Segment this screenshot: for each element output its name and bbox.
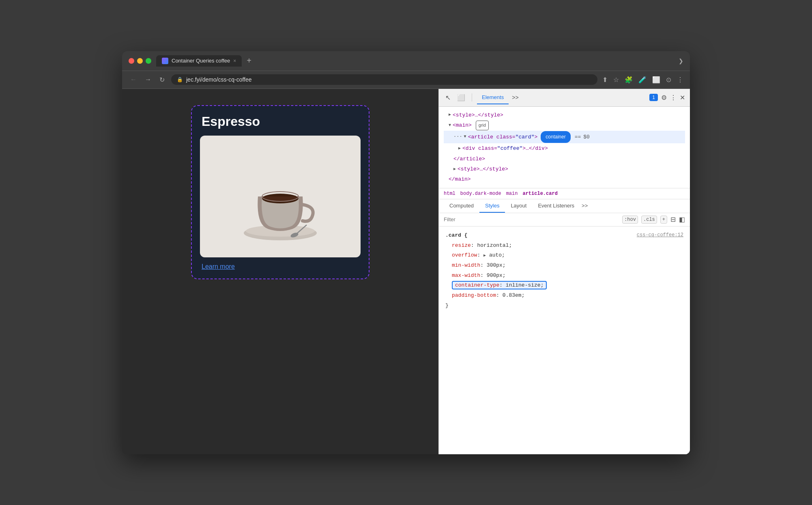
style-prop-minwidth: min-width: 300px; — [445, 261, 683, 271]
tab-list-chevron-icon[interactable]: ❯ — [679, 58, 683, 64]
dom-article-close-tag: </article> — [453, 154, 485, 164]
style-prop-maxwidth: max-width: 900px; — [445, 271, 683, 281]
style-source[interactable]: css-cq-coffee:12 — [637, 231, 683, 240]
devtools-more-icon[interactable]: ⋮ — [670, 94, 677, 101]
coffee-image-area — [200, 136, 361, 257]
breadcrumb-html[interactable]: html — [444, 191, 455, 196]
new-tab-button[interactable]: + — [245, 56, 253, 65]
dom-main-close-tag: </main> — [449, 175, 471, 184]
panel-tabs: Computed Styles Layout Event Listeners >… — [439, 199, 690, 213]
more-menu-icon[interactable]: ⋮ — [677, 76, 683, 84]
window-icon[interactable]: ⬜ — [652, 76, 660, 84]
inspect-cursor-icon[interactable]: ↖ — [444, 92, 452, 103]
dom-div-coffee-line[interactable]: ▶ <div class="coffee">…</div> — [444, 143, 685, 153]
container-type-highlight: container-type: inline-size; — [452, 281, 547, 289]
breadcrumb-bar: html body.dark-mode main article.card — [439, 188, 690, 199]
screenshot-icon[interactable]: ⊟ — [670, 216, 676, 223]
add-style-button[interactable]: + — [660, 216, 667, 224]
reload-button[interactable]: ↻ — [158, 74, 166, 85]
devtools-panel: ↖ ⬜ Elements >> 1 ⚙ ⋮ ✕ ▶ <style>…</styl… — [438, 89, 690, 454]
card-container: Espresso — [191, 105, 369, 279]
style-close-brace: } — [445, 302, 449, 309]
breadcrumb-main[interactable]: main — [506, 191, 518, 196]
style-selector: .card { — [445, 232, 468, 238]
dom-article-line[interactable]: ··· ▼ <article class="card"> container =… — [444, 131, 685, 144]
bookmark-icon[interactable]: ☆ — [613, 76, 619, 84]
devtools-close-icon[interactable]: ✕ — [680, 94, 685, 101]
overflow-triangle-icon[interactable]: ▶ — [483, 253, 486, 258]
tab-computed[interactable]: Computed — [444, 199, 479, 213]
style-prop-resize: resize: horizontal; — [445, 241, 683, 251]
dom-div-tag: <div class="coffee">…</div> — [462, 144, 548, 153]
style-prop-container-type: container-type: inline-size; — [445, 281, 683, 291]
style-rule-card: css-cq-coffee:12 .card { resize: horizon… — [445, 231, 683, 311]
close-button[interactable] — [129, 58, 134, 64]
address-bar[interactable]: 🔒 jec.fyi/demo/css-cq-coffee — [171, 74, 597, 85]
learn-more-link[interactable]: Learn more — [200, 263, 361, 270]
tab-favicon-icon — [162, 58, 168, 64]
lock-icon: 🔒 — [177, 77, 183, 82]
forward-button[interactable]: → — [143, 74, 153, 85]
traffic-lights — [129, 58, 151, 64]
dom-style2-tag: <style>…</style> — [458, 164, 508, 174]
hov-button[interactable]: :hov — [622, 216, 638, 224]
minimize-button[interactable] — [137, 58, 143, 64]
devtools-tabs-more[interactable]: >> — [512, 94, 518, 101]
tab-bar: Container Queries coffee × + ❯ — [156, 55, 683, 67]
tab-close-icon[interactable]: × — [233, 58, 236, 64]
lab-icon[interactable]: 🧪 — [638, 76, 647, 84]
dom-style2-line[interactable]: ▶ <style>…</style> — [444, 164, 685, 174]
maximize-button[interactable] — [146, 58, 151, 64]
browser-window: Container Queries coffee × + ❯ ← → ↻ 🔒 j… — [122, 51, 690, 454]
title-bar: Container Queries coffee × + ❯ — [122, 51, 690, 71]
content-area: Espresso — [122, 89, 690, 454]
collapse-triangle-icon[interactable]: ▶ — [449, 111, 451, 119]
panel-tabs-more[interactable]: >> — [580, 199, 589, 213]
coffee-cup-illustration — [236, 144, 325, 249]
address-text: jec.fyi/demo/css-cq-coffee — [186, 76, 252, 83]
dom-tree: ▶ <style>…</style> ▼ <main> grid ··· ▼ <… — [439, 107, 690, 188]
dom-main-tag: <main> — [453, 121, 472, 130]
notifications-badge[interactable]: 1 — [649, 94, 658, 101]
page-preview: Espresso — [122, 89, 438, 454]
dom-style-tag: <style>…</style> — [453, 110, 503, 120]
card-title: Espresso — [200, 114, 361, 129]
collapse-style2-icon[interactable]: ▶ — [453, 166, 456, 173]
share-icon[interactable]: ⬆ — [602, 76, 608, 84]
cls-button[interactable]: .cls — [641, 216, 657, 224]
dom-article-tag: <article class="card"> — [468, 132, 538, 142]
devtools-toolbar: ↖ ⬜ Elements >> 1 ⚙ ⋮ ✕ — [439, 89, 690, 107]
equals-sign: == — [575, 132, 581, 142]
elements-tab[interactable]: Elements — [477, 91, 509, 104]
dom-dots-icon[interactable]: ··· — [453, 133, 462, 142]
dom-style-line[interactable]: ▶ <style>…</style> — [444, 110, 685, 120]
nav-actions: ⬆ ☆ 🧩 🧪 ⬜ ⊙ ⋮ — [602, 76, 683, 84]
styles-area: css-cq-coffee:12 .card { resize: horizon… — [439, 227, 690, 454]
filter-bar: :hov .cls + ⊟ ◧ — [439, 213, 690, 227]
collapse-div-icon[interactable]: ▶ — [458, 145, 461, 152]
back-button[interactable]: ← — [129, 74, 138, 85]
extensions-icon[interactable]: 🧩 — [625, 76, 633, 84]
dom-article-close-line: </article> — [444, 154, 685, 164]
active-tab[interactable]: Container Queries coffee × — [156, 55, 242, 67]
breadcrumb-article[interactable]: article.card — [522, 191, 557, 196]
profile-icon[interactable]: ⊙ — [666, 76, 671, 84]
filter-input[interactable] — [444, 216, 619, 222]
collapse-main-icon[interactable]: ▼ — [449, 122, 451, 129]
style-prop-padding-bottom: padding-bottom: 0.83em; — [445, 291, 683, 301]
tab-event-listeners[interactable]: Event Listeners — [532, 199, 580, 213]
collapse-article-icon[interactable]: ▼ — [464, 133, 466, 140]
dom-main-line[interactable]: ▼ <main> grid — [444, 120, 685, 131]
inspect-box-icon[interactable]: ⬜ — [455, 92, 467, 103]
container-badge[interactable]: container — [541, 131, 570, 143]
toolbar-separator — [472, 93, 472, 101]
style-prop-overflow: overflow: ▶ auto; — [445, 250, 683, 261]
grid-badge: grid — [476, 121, 489, 130]
tab-styles[interactable]: Styles — [479, 199, 505, 213]
breadcrumb-body[interactable]: body.dark-mode — [460, 191, 501, 196]
filter-actions: :hov .cls + ⊟ ◧ — [622, 216, 685, 224]
dollar-zero-label: $0 — [583, 132, 590, 142]
sidebar-toggle-icon[interactable]: ◧ — [679, 216, 685, 223]
tab-layout[interactable]: Layout — [505, 199, 532, 213]
settings-gear-icon[interactable]: ⚙ — [661, 94, 667, 101]
